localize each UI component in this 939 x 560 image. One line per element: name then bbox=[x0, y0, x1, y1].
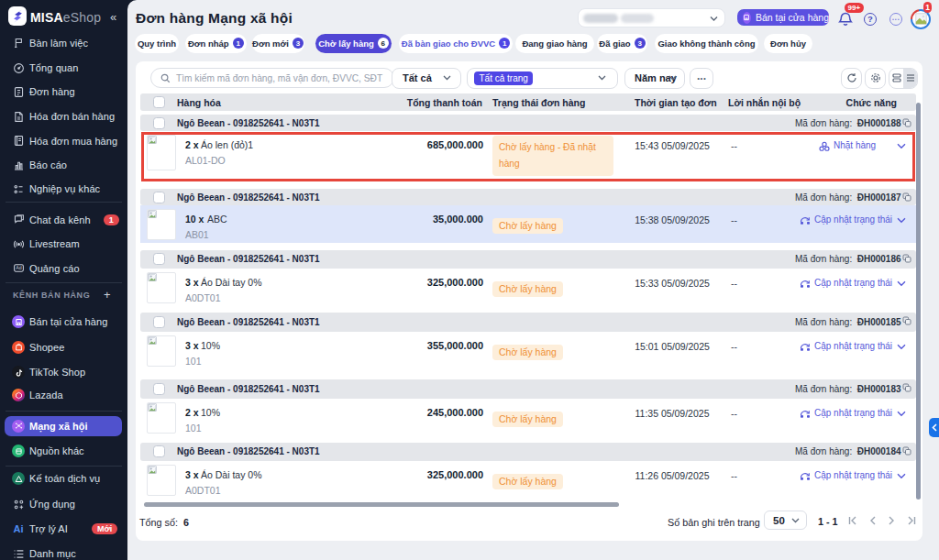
svg-text:Ad: Ad bbox=[16, 265, 22, 270]
